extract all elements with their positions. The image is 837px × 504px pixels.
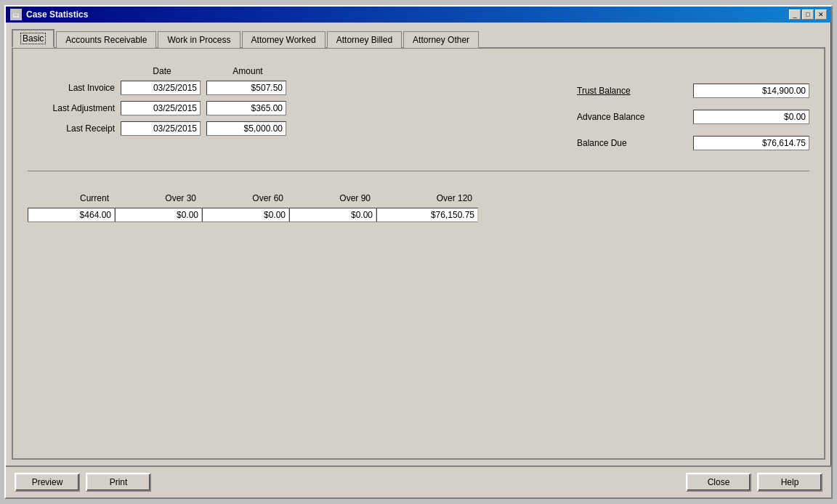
balance-due-row: Balance Due (577, 136, 809, 150)
tab-accounts-receivable-label: Accounts Receivable (65, 35, 147, 45)
title-buttons: _ □ ✕ (789, 9, 827, 20)
footer-right: Close Help (686, 473, 822, 492)
current-header: Current (28, 193, 115, 203)
tab-attorney-worked-label: Attorney Worked (251, 35, 316, 45)
tab-attorney-other[interactable]: Attorney Other (403, 31, 479, 48)
tab-accounts-receivable[interactable]: Accounts Receivable (56, 31, 156, 48)
last-invoice-row: Last Invoice (28, 81, 548, 95)
over90-header: Over 90 (289, 193, 376, 203)
current-input[interactable] (28, 208, 115, 222)
trust-balance-label[interactable]: Trust Balance (577, 86, 631, 96)
left-section: Date Amount Last Invoice Last Adjustment (28, 66, 548, 156)
trust-balance-input[interactable] (693, 84, 809, 98)
help-button[interactable]: Help (757, 473, 822, 492)
last-adjustment-amount[interactable] (206, 101, 286, 115)
tab-work-in-process-label: Work in Process (167, 35, 230, 45)
form-section: Date Amount Last Invoice Last Adjustment (28, 66, 809, 156)
aging-section: Current Over 30 Over 60 Over 90 Over 120 (28, 193, 809, 222)
advance-balance-row: Advance Balance (577, 110, 809, 124)
print-button[interactable]: Print (86, 473, 151, 492)
footer-left: Preview Print (15, 473, 151, 492)
minimize-button[interactable]: _ (789, 9, 801, 20)
last-adjustment-label: Last Adjustment (28, 103, 115, 113)
over120-header: Over 120 (376, 193, 478, 203)
advance-balance-input[interactable] (693, 110, 809, 124)
over90-input[interactable] (289, 208, 376, 222)
last-adjustment-date[interactable] (121, 101, 201, 115)
window-icon: 🗂 (10, 9, 22, 20)
aging-headers: Current Over 30 Over 60 Over 90 Over 120 (28, 193, 809, 203)
last-receipt-date[interactable] (121, 121, 201, 136)
balance-due-label: Balance Due (577, 138, 627, 148)
window-title: Case Statistics (26, 9, 88, 20)
over60-header: Over 60 (202, 193, 289, 203)
title-bar: 🗂 Case Statistics _ □ ✕ (6, 7, 831, 23)
tab-bar: Basic Accounts Receivable Work in Proces… (12, 28, 825, 49)
case-statistics-window: 🗂 Case Statistics _ □ ✕ Basic Accounts R… (4, 5, 833, 499)
last-invoice-label: Last Invoice (28, 83, 115, 93)
last-receipt-label: Last Receipt (28, 123, 115, 134)
amount-column-header: Amount (208, 66, 288, 76)
right-section: Trust Balance Advance Balance Balance Du… (577, 66, 809, 156)
tab-basic-label: Basic (20, 33, 46, 44)
tab-attorney-worked[interactable]: Attorney Worked (242, 31, 326, 48)
content-area: Date Amount Last Invoice Last Adjustment (12, 49, 825, 460)
advance-balance-label: Advance Balance (577, 112, 644, 122)
tab-basic[interactable]: Basic (12, 29, 54, 48)
footer: Preview Print Close Help (6, 466, 831, 497)
trust-balance-row: Trust Balance (577, 84, 809, 98)
last-receipt-amount[interactable] (206, 121, 286, 136)
window-body: Basic Accounts Receivable Work in Proces… (6, 23, 831, 466)
balance-due-input[interactable] (693, 136, 809, 150)
date-column-header: Date (122, 66, 202, 76)
title-bar-left: 🗂 Case Statistics (10, 9, 88, 20)
preview-button[interactable]: Preview (15, 473, 80, 492)
tab-attorney-billed-label: Attorney Billed (336, 35, 392, 45)
tab-attorney-other-label: Attorney Other (413, 35, 469, 45)
aging-inputs (28, 208, 809, 222)
last-invoice-date[interactable] (121, 81, 201, 95)
over120-input[interactable] (376, 208, 478, 222)
over60-input[interactable] (202, 208, 289, 222)
section-divider (28, 171, 809, 171)
column-headers: Date Amount (28, 66, 548, 76)
last-adjustment-row: Last Adjustment (28, 101, 548, 115)
close-window-button[interactable]: Close (686, 473, 751, 492)
last-invoice-amount[interactable] (206, 81, 286, 95)
maximize-button[interactable]: □ (802, 9, 814, 20)
right-section-inner: Trust Balance Advance Balance Balance Du… (577, 66, 809, 156)
last-receipt-row: Last Receipt (28, 121, 548, 136)
over30-header: Over 30 (115, 193, 202, 203)
close-button[interactable]: ✕ (815, 9, 827, 20)
over30-input[interactable] (115, 208, 202, 222)
tab-work-in-process[interactable]: Work in Process (158, 31, 240, 48)
tab-attorney-billed[interactable]: Attorney Billed (327, 31, 402, 48)
